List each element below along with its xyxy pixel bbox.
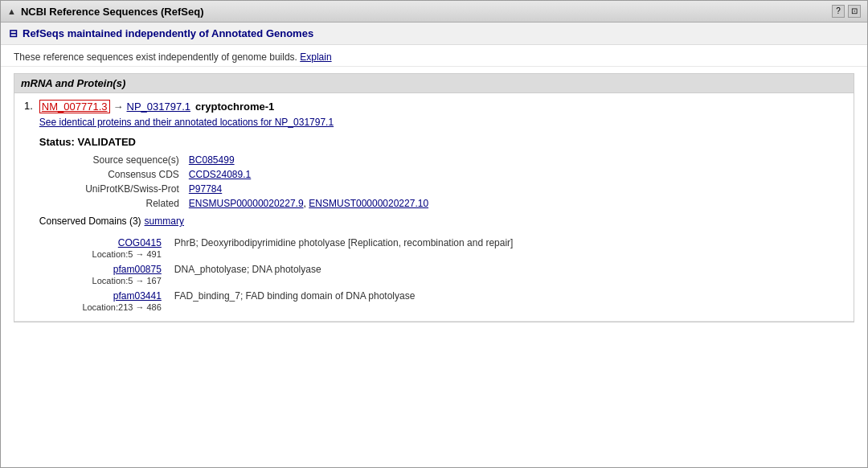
domain-link-2[interactable]: pfam03441 — [113, 290, 162, 302]
domain-desc-1: DNA_photolyase; DNA photolyase — [168, 261, 844, 288]
consensus-label: Consensus CDS — [39, 167, 184, 182]
section-header-link[interactable]: RefSeqs maintained independently of Anno… — [23, 27, 313, 39]
entry-row: 1. NM_007771.3 → NP_031797.1 cryptochrom… — [14, 93, 854, 322]
related-link-2[interactable]: ENSMUST00000020227.10 — [309, 198, 428, 209]
entry-number: 1. — [24, 100, 33, 112]
domain-location-0: Location:5 → 491 — [46, 249, 162, 259]
domain-location-2: Location:213 → 486 — [46, 302, 162, 312]
uniprot-link[interactable]: P97784 — [189, 183, 222, 195]
help-button[interactable]: ? — [832, 5, 845, 18]
section-header: ⊟ RefSeqs maintained independently of An… — [1, 23, 867, 45]
related-label: Related — [39, 196, 184, 211]
title-bar-left: ▲ NCBI Reference Sequences (RefSeq) — [7, 6, 203, 18]
arrow-icon: → — [113, 101, 124, 113]
title-bar-controls: ? ⊡ — [832, 5, 861, 18]
domain-name-1: pfam00875 Location:5 → 167 — [39, 261, 168, 288]
np-accession-link[interactable]: NP_031797.1 — [127, 101, 191, 113]
content-area: ⊟ RefSeqs maintained independently of An… — [1, 23, 867, 322]
domain-link-1[interactable]: pfam00875 — [113, 264, 162, 275]
source-value: BC085499 — [184, 153, 844, 167]
status-label: Status: — [39, 136, 75, 148]
main-window: ▲ NCBI Reference Sequences (RefSeq) ? ⊡ … — [0, 0, 868, 468]
domains-table: COG0415 Location:5 → 491 PhrB; Deoxyribo… — [39, 235, 844, 314]
consensus-row: Consensus CDS CCDS24089.1 — [39, 167, 844, 182]
uniprot-value: P97784 — [184, 182, 844, 196]
conserved-summary-link[interactable]: summary — [145, 216, 184, 227]
domain-row-1: pfam00875 Location:5 → 167 DNA_photolyas… — [39, 261, 844, 288]
description-text: These reference sequences exist independ… — [14, 51, 297, 63]
consensus-link[interactable]: CCDS24089.1 — [189, 169, 251, 180]
gene-name: cryptochrome-1 — [195, 101, 274, 113]
title-bar: ▲ NCBI Reference Sequences (RefSeq) ? ⊡ — [1, 1, 867, 23]
status-row: Status: VALIDATED — [39, 133, 844, 153]
source-link[interactable]: BC085499 — [189, 154, 235, 166]
conserved-label: Conserved Domains (3) — [39, 216, 141, 227]
identical-proteins-link[interactable]: See identical proteins and their annotat… — [39, 117, 844, 128]
domain-name-2: pfam03441 Location:213 → 486 — [39, 288, 168, 314]
mrna-header-label: mRNA and Protein(s) — [21, 77, 125, 89]
domain-desc-0: PhrB; Deoxyribodipyrimidine photolyase [… — [168, 235, 844, 261]
conserved-domains-row: Conserved Domains (3) summary — [39, 214, 844, 232]
source-row: Source sequence(s) BC085499 — [39, 153, 844, 167]
source-label: Source sequence(s) — [39, 153, 184, 167]
nm-accession-link[interactable]: NM_007771.3 — [39, 100, 110, 113]
section-toggle-icon[interactable]: ⊟ — [9, 27, 18, 39]
related-value: ENSMUSP00000020227.9, ENSMUST00000020227… — [184, 196, 844, 211]
related-sep: , — [304, 198, 306, 209]
domain-link-0[interactable]: COG0415 — [118, 237, 162, 248]
uniprot-label: UniProtKB/Swiss-Prot — [39, 182, 184, 196]
entry-title: NM_007771.3 → NP_031797.1 cryptochrome-1 — [39, 100, 844, 113]
mrna-header: mRNA and Protein(s) — [14, 74, 854, 93]
domain-name-0: COG0415 Location:5 → 491 — [39, 235, 168, 261]
domain-row-0: COG0415 Location:5 → 491 PhrB; Deoxyribo… — [39, 235, 844, 261]
window-title: NCBI Reference Sequences (RefSeq) — [21, 6, 204, 18]
uniprot-row: UniProtKB/Swiss-Prot P97784 — [39, 182, 844, 196]
related-link-1[interactable]: ENSMUSP00000020227.9 — [189, 198, 304, 209]
status-value: VALIDATED — [78, 136, 136, 148]
related-row: Related ENSMUSP00000020227.9, ENSMUST000… — [39, 196, 844, 211]
window-collapse-icon[interactable]: ▲ — [7, 6, 16, 16]
mrna-body: 1. NM_007771.3 → NP_031797.1 cryptochrom… — [14, 93, 854, 322]
domain-row-2: pfam03441 Location:213 → 486 FAD_binding… — [39, 288, 844, 314]
resize-button[interactable]: ⊡ — [848, 5, 861, 18]
details-table: Source sequence(s) BC085499 Consensus CD… — [39, 153, 844, 211]
domain-desc-2: FAD_binding_7; FAD binding domain of DNA… — [168, 288, 844, 314]
description-row: These reference sequences exist independ… — [1, 45, 867, 67]
domain-location-1: Location:5 → 167 — [46, 276, 162, 285]
mrna-section: mRNA and Protein(s) 1. NM_007771.3 → NP_… — [14, 73, 854, 322]
explain-link[interactable]: Explain — [300, 51, 331, 63]
consensus-value: CCDS24089.1 — [184, 167, 844, 182]
